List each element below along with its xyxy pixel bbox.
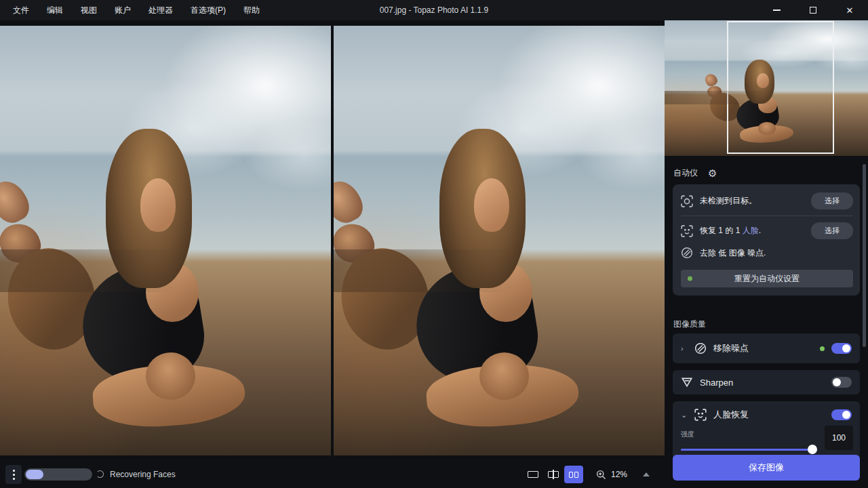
sharpen-label: Sharpen — [700, 378, 733, 388]
sharpen-toggle[interactable] — [831, 377, 852, 388]
subject-detect-icon — [681, 195, 693, 207]
settings-sidebar: 自动仪 ⚙ 未检测到目标。 选择 恢复 1 的 1 人脸. 选择 — [665, 20, 868, 488]
face-recovery-label: 人脸恢复 — [713, 409, 749, 421]
image-before[interactable] — [0, 26, 331, 455]
menu-view[interactable]: 视图 — [72, 0, 106, 20]
face-select-button[interactable]: 选择 — [811, 222, 853, 239]
menu-help[interactable]: 帮助 — [235, 0, 269, 20]
single-view-button[interactable] — [524, 466, 542, 483]
denoise-label: 移除噪点 — [713, 342, 749, 354]
photo-subject — [334, 26, 665, 455]
noise-removal-row: 去除 低 图像 噪点. — [681, 245, 853, 261]
titlebar: 文件 编辑 视图 账户 处理器 首选项(P) 帮助 007.jpg - Topa… — [0, 0, 868, 20]
menu-file[interactable]: 文件 — [4, 0, 38, 20]
face-recovery-row: 恢复 1 的 1 人脸. 选择 — [681, 222, 853, 239]
image-after[interactable] — [334, 26, 665, 455]
close-button[interactable]: ✕ — [831, 0, 868, 20]
side-by-side-icon — [569, 472, 578, 478]
split-view-icon — [548, 471, 559, 478]
minimize-button[interactable] — [758, 0, 795, 20]
denoise-section[interactable]: › 移除噪点 — [673, 333, 860, 363]
slider-thumb[interactable] — [808, 445, 817, 454]
panel-scrollbar[interactable] — [863, 164, 866, 347]
autopilot-header: 自动仪 ⚙ — [673, 167, 717, 179]
window-controls: ✕ — [758, 0, 868, 20]
strength-slider[interactable] — [681, 445, 816, 454]
menu-processor[interactable]: 处理器 — [140, 0, 182, 20]
green-status-dot — [688, 277, 692, 281]
maximize-button[interactable] — [795, 0, 831, 20]
strength-value-field[interactable]: 100 — [825, 426, 853, 450]
navigator-viewport-rect[interactable] — [727, 21, 834, 154]
maximize-icon — [810, 7, 816, 14]
chevron-down-icon[interactable]: ⌄ — [681, 411, 688, 420]
image-canvas — [0, 20, 665, 461]
autopilot-card: 未检测到目标。 选择 恢复 1 的 1 人脸. 选择 去除 低 图像 噪点. — [673, 184, 860, 296]
face-recovery-text: 恢复 1 的 1 人脸. — [700, 225, 761, 237]
menu-edit[interactable]: 编辑 — [38, 0, 72, 20]
statusbar: Recovering Faces 12% — [0, 461, 665, 488]
minimize-icon — [773, 9, 781, 11]
side-by-side-view-button[interactable] — [564, 466, 583, 483]
noise-icon — [681, 247, 693, 259]
chevron-right-icon[interactable]: › — [681, 344, 688, 352]
split-view-button[interactable] — [544, 466, 563, 483]
image-quality-header: 图像质量 — [673, 319, 706, 330]
progress-bar — [24, 468, 92, 481]
face-recovery-icon — [694, 409, 707, 421]
subject-select-button[interactable]: 选择 — [811, 192, 853, 209]
gear-icon[interactable]: ⚙ — [708, 168, 717, 178]
subject-detection-text: 未检测到目标。 — [700, 195, 757, 207]
noise-removal-text: 去除 低 图像 噪点. — [700, 247, 766, 259]
menubar: 文件 编辑 视图 账户 处理器 首选项(P) 帮助 — [4, 0, 269, 20]
navigator-thumbnail[interactable] — [665, 20, 868, 156]
denoise-active-dot — [820, 346, 825, 351]
denoise-toggle[interactable] — [831, 343, 852, 354]
menu-account[interactable]: 账户 — [106, 0, 140, 20]
save-image-button[interactable]: 保存图像 — [673, 455, 860, 481]
kebab-menu-button[interactable] — [5, 465, 22, 484]
single-view-icon — [528, 471, 538, 478]
face-detect-icon — [681, 225, 693, 237]
divider — [681, 216, 853, 216]
slider-fill — [681, 449, 812, 451]
sharpen-section[interactable]: Sharpen — [673, 370, 860, 394]
denoise-icon — [694, 342, 707, 354]
face-recovery-toggle[interactable] — [831, 409, 852, 420]
progress-bar-fill — [26, 470, 43, 479]
topaz-photo-ai-window: 文件 编辑 视图 账户 处理器 首选项(P) 帮助 007.jpg - Topa… — [0, 0, 868, 488]
sharpen-icon — [681, 376, 693, 388]
photo-subject — [0, 26, 331, 455]
zoom-level[interactable]: 12% — [611, 461, 627, 488]
reset-autopilot-button[interactable]: 重置为自动仪设置 — [681, 270, 853, 287]
subject-detection-row: 未检测到目标。 选择 — [681, 192, 853, 209]
faces-link[interactable]: 人脸 — [743, 226, 759, 235]
autopilot-title: 自动仪 — [673, 167, 698, 179]
zoom-expand-caret[interactable] — [643, 472, 650, 476]
processing-status-text: Recovering Faces — [110, 461, 176, 488]
menu-preferences[interactable]: 首选项(P) — [182, 0, 235, 20]
close-icon: ✕ — [846, 6, 854, 15]
spinner-icon — [96, 470, 104, 478]
zoom-magnifier-icon[interactable] — [596, 470, 606, 480]
